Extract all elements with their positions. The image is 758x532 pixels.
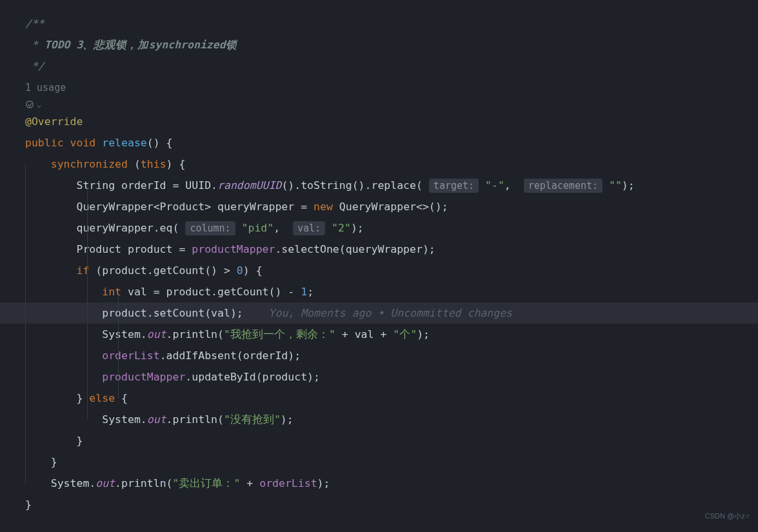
code-line: int val = product.getCount() - 1; — [25, 281, 758, 302]
code-line: public void release() { — [25, 132, 758, 153]
code-line: * TODO 3、悲观锁，加synchronized锁 — [25, 34, 758, 55]
parameter-hint: column: — [185, 221, 235, 235]
code-line: queryWrapper.eq( column: "pid", val: "2"… — [25, 217, 758, 239]
code-line: orderList.addIfAbsent(orderId); — [25, 345, 758, 366]
code-line: String orderId = UUID.randomUUID().toStr… — [25, 175, 758, 196]
parameter-hint: replacement: — [524, 179, 603, 193]
code-line: QueryWrapper<Product> queryWrapper = new… — [25, 196, 758, 217]
code-line: @Override — [25, 111, 758, 132]
code-line: /** — [25, 13, 758, 34]
code-line: System.out.println("卖出订单：" + orderList); — [25, 473, 758, 494]
code-line: */ — [25, 55, 758, 77]
gutter-override-icon[interactable]: ⌄ — [25, 98, 758, 111]
code-line: productMapper.updateById(product); — [25, 366, 758, 388]
parameter-hint: val: — [293, 221, 325, 235]
watermark: CSDN @小z♂ — [705, 506, 750, 527]
vcs-inline-hint: You, Moments ago • Uncommitted changes — [269, 307, 513, 319]
usage-hint[interactable]: 1 usage — [25, 77, 758, 98]
code-line: System.out.println("我抢到一个，剩余：" + val + "… — [25, 324, 758, 345]
code-editor[interactable]: /** * TODO 3、悲观锁，加synchronized锁 */ 1 usa… — [0, 0, 758, 515]
code-line: synchronized (this) { — [25, 153, 758, 175]
code-line: Product product = productMapper.selectOn… — [25, 239, 758, 260]
code-line: System.out.println("没有抢到"); — [25, 409, 758, 430]
code-line: } — [25, 494, 758, 515]
code-line: } — [25, 451, 758, 473]
svg-point-0 — [26, 101, 34, 108]
code-line: if (product.getCount() > 0) { — [25, 260, 758, 281]
code-line: } else { — [25, 388, 758, 409]
parameter-hint: target: — [429, 179, 479, 193]
code-line-active: product.setCount(val); You, Moments ago … — [0, 302, 758, 324]
code-line: } — [25, 430, 758, 451]
